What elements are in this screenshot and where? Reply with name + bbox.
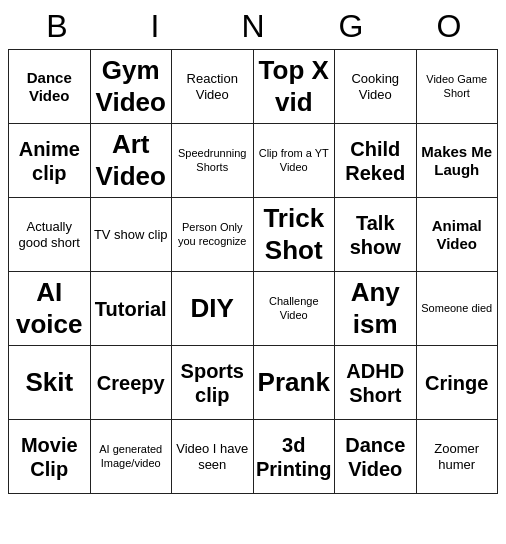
bingo-cell-5[interactable]: Video Game Short [417,50,499,124]
bingo-cell-33[interactable]: 3d Printing [254,420,336,494]
bingo-cell-16[interactable]: Talk show [335,198,417,272]
bingo-cell-27[interactable]: Prank [254,346,336,420]
bingo-cell-31[interactable]: AI generated Image/video [91,420,173,494]
bingo-cell-12[interactable]: Actually good short [9,198,91,272]
bingo-cell-35[interactable]: Zoomer humer [417,420,499,494]
bingo-grid: Dance VideoGym VideoReaction VideoTop X … [8,49,498,494]
bingo-cell-3[interactable]: Top X vid [254,50,336,124]
bingo-cell-14[interactable]: Person Only you recognize [172,198,254,272]
bingo-cell-8[interactable]: Speedrunning Shorts [172,124,254,198]
bingo-cell-21[interactable]: Challenge Video [254,272,336,346]
bingo-cell-13[interactable]: TV show clip [91,198,173,272]
bingo-cell-17[interactable]: Animal Video [417,198,499,272]
bingo-cell-6[interactable]: Anime clip [9,124,91,198]
bingo-cell-28[interactable]: ADHD Short [335,346,417,420]
bingo-cell-26[interactable]: Sports clip [172,346,254,420]
bingo-cell-19[interactable]: Tutorial [91,272,173,346]
bingo-cell-18[interactable]: AI voice [9,272,91,346]
bingo-cell-32[interactable]: Video I have seen [172,420,254,494]
bingo-cell-11[interactable]: Makes Me Laugh [417,124,499,198]
bingo-cell-29[interactable]: Cringe [417,346,499,420]
bingo-cell-25[interactable]: Creepy [91,346,173,420]
bingo-cell-9[interactable]: Clip from a YT Video [254,124,336,198]
bingo-cell-24[interactable]: Skit [9,346,91,420]
bingo-cell-34[interactable]: Dance Video [335,420,417,494]
bingo-cell-7[interactable]: Art Video [91,124,173,198]
header-n: N [216,8,291,45]
bingo-cell-0[interactable]: Dance Video [9,50,91,124]
bingo-cell-1[interactable]: Gym Video [91,50,173,124]
bingo-cell-10[interactable]: Child Reked [335,124,417,198]
header-b: B [20,8,95,45]
header-i: I [118,8,193,45]
bingo-cell-22[interactable]: Any ism [335,272,417,346]
bingo-cell-23[interactable]: Someone died [417,272,499,346]
bingo-cell-2[interactable]: Reaction Video [172,50,254,124]
bingo-cell-30[interactable]: Movie Clip [9,420,91,494]
header-o: O [412,8,487,45]
bingo-cell-20[interactable]: DIY [172,272,254,346]
bingo-header: B I N G O [8,0,498,49]
header-g: G [314,8,389,45]
bingo-cell-4[interactable]: Cooking Video [335,50,417,124]
bingo-cell-15[interactable]: Trick Shot [254,198,336,272]
